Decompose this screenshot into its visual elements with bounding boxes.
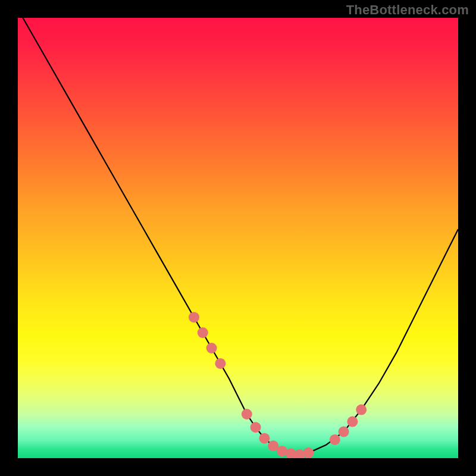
chart-svg: [18, 18, 458, 458]
data-point: [198, 327, 208, 338]
watermark-text: TheBottleneck.com: [346, 2, 469, 18]
data-point: [206, 343, 217, 353]
data-point: [250, 422, 261, 433]
chart-plot-area: [18, 18, 458, 458]
data-point: [189, 312, 199, 322]
data-point: [339, 427, 349, 437]
data-point: [215, 358, 226, 369]
chart-frame: TheBottleneck.com: [0, 0, 476, 476]
data-point: [259, 433, 270, 444]
data-point: [356, 405, 367, 415]
chart-data-points: [189, 312, 367, 458]
bottleneck-curve: [18, 18, 458, 455]
data-point: [303, 447, 314, 458]
data-point: [347, 416, 358, 427]
data-point: [242, 409, 252, 419]
data-point: [330, 434, 340, 445]
